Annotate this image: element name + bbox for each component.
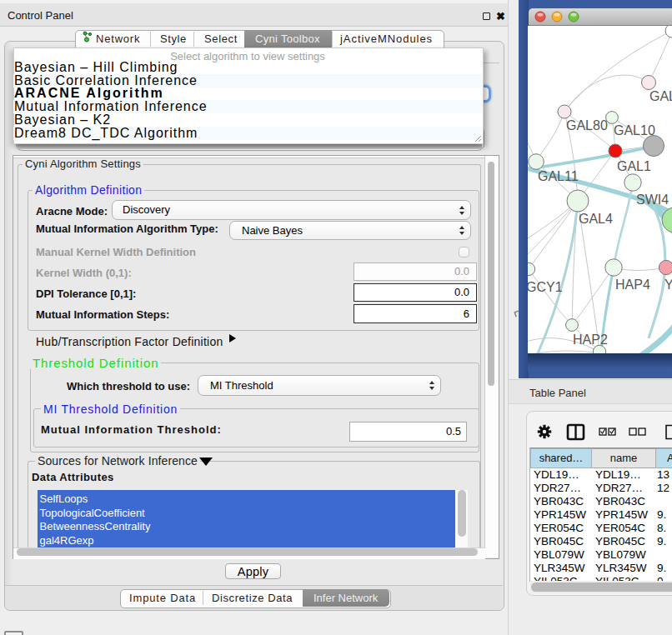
svg-text:GAL80: GAL80 <box>566 118 608 132</box>
svg-text:GCY1: GCY1 <box>528 280 563 294</box>
svg-text:GAL4: GAL4 <box>579 212 613 226</box>
svg-text:GAL11: GAL11 <box>538 169 579 183</box>
svg-text:GAL1: GAL1 <box>617 159 651 173</box>
svg-text:SWI4: SWI4 <box>636 192 669 207</box>
svg-text:Y: Y <box>664 278 672 292</box>
svg-text:HAP2: HAP2 <box>573 332 608 347</box>
svg-text:HAP4: HAP4 <box>615 278 650 292</box>
svg-text:GAL: GAL <box>649 89 672 103</box>
svg-text:GAL10: GAL10 <box>614 123 655 138</box>
